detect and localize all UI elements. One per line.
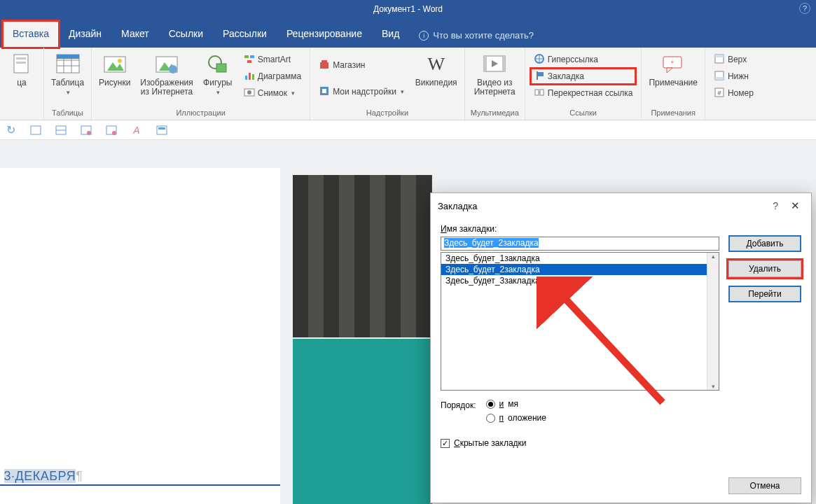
page-number-icon: # <box>714 87 725 100</box>
radio-off-icon <box>486 414 495 423</box>
svg-rect-1 <box>16 57 26 59</box>
scroll-down-icon[interactable]: ▾ <box>712 383 715 390</box>
page-icon <box>9 52 34 77</box>
hyperlink-icon <box>534 53 545 66</box>
title-bar: Документ1 - Word ? <box>0 0 816 18</box>
dialog-close-icon[interactable]: ✕ <box>787 200 804 212</box>
delete-button[interactable]: Удалить <box>728 260 801 277</box>
online-video-button[interactable]: Видео изИнтернета <box>473 50 517 107</box>
bookmark-list[interactable]: Здесь_будет_1закладка Здесь_будет_2закла… <box>441 252 719 391</box>
crossref-button[interactable]: Перекрестная ссылка <box>531 85 636 101</box>
help-icon[interactable]: ? <box>799 3 810 14</box>
dialog-help-icon[interactable]: ? <box>764 200 787 211</box>
tell-me-label: Что вы хотите сделать? <box>433 30 534 41</box>
svg-point-24 <box>247 90 251 94</box>
bookmark-dialog: Закладка ? ✕ Имя закладки: Здесь_будет_2… <box>430 192 812 503</box>
sort-by-position-radio[interactable]: положение <box>486 413 546 423</box>
tab-review[interactable]: Рецензирование <box>277 21 372 48</box>
qat-item-6[interactable] <box>155 124 168 136</box>
goto-button[interactable]: Перейти <box>728 286 801 302</box>
qat-item-1[interactable] <box>29 124 42 136</box>
smartart-button[interactable]: SmartArt <box>241 52 304 67</box>
bulb-icon: i <box>419 31 429 41</box>
hyperlink-button[interactable]: Гиперссылка <box>531 52 636 67</box>
checkbox-checked-icon: ✓ <box>441 439 450 448</box>
svg-rect-8 <box>57 55 79 59</box>
tell-me[interactable]: i Что вы хотите сделать? <box>409 23 544 48</box>
header-button[interactable]: Верх <box>711 52 756 67</box>
page-number-button[interactable]: # Номер <box>711 85 756 101</box>
qat-item-4[interactable] <box>105 124 118 136</box>
dialog-titlebar[interactable]: Закладка ? ✕ <box>431 193 811 218</box>
tab-mailings[interactable]: Рассылки <box>213 21 277 48</box>
bookmark-name-input[interactable]: Здесь_будет_2закладка <box>441 237 719 251</box>
tab-design[interactable]: Дизайн <box>59 21 111 48</box>
hidden-bookmarks-checkbox[interactable]: ✓ Скрытые закладки <box>441 438 801 448</box>
redo-icon[interactable]: ↻ <box>4 124 17 136</box>
bookmark-name-label: Имя закладки: <box>441 224 801 234</box>
comment-button[interactable]: + Примечание <box>647 50 698 107</box>
cancel-button[interactable]: Отмена <box>728 477 801 494</box>
svg-point-53 <box>112 131 116 135</box>
svg-rect-25 <box>320 62 329 69</box>
tab-layout[interactable]: Макет <box>111 21 159 48</box>
svg-rect-21 <box>249 73 251 80</box>
tab-view[interactable]: Вид <box>372 21 409 48</box>
heading-date[interactable]: 3·ДЕКАБРЯ¶ <box>0 469 83 484</box>
my-addins-button[interactable]: Мои надстройки <box>316 84 407 99</box>
svg-rect-31 <box>484 56 487 71</box>
header-icon <box>714 53 725 66</box>
sort-by-name-radio[interactable]: имя <box>486 399 546 409</box>
scroll-up-icon[interactable]: ▴ <box>712 253 715 260</box>
store-button[interactable]: Магазин <box>316 57 407 73</box>
group-media: Видео изИнтернета Мультимедиа <box>465 48 525 120</box>
qat-item-2[interactable] <box>55 124 67 136</box>
group-addins: Магазин Мои надстройки W Википедия Надст… <box>310 48 464 120</box>
heading-rule <box>0 484 280 486</box>
svg-rect-36 <box>535 90 539 95</box>
chart-button[interactable]: Диаграмма <box>241 69 304 84</box>
online-pictures-button[interactable]: Изображенияиз Интернета <box>139 50 194 107</box>
table-button[interactable]: Таблица <box>50 50 85 107</box>
svg-point-14 <box>169 65 177 74</box>
add-button[interactable]: Добавить <box>728 235 801 252</box>
window-title: Документ1 - Word <box>373 4 443 14</box>
document-image[interactable] <box>293 175 432 337</box>
svg-rect-37 <box>540 90 544 95</box>
list-item[interactable]: Здесь_будет_3закладка <box>441 275 719 286</box>
quick-access-toolbar: ↻ A <box>0 120 816 140</box>
document-shape[interactable] <box>293 339 432 504</box>
wikipedia-icon: W <box>424 52 449 77</box>
crossref-icon <box>534 87 545 100</box>
ribbon-tabs: Вставка Дизайн Макет Ссылки Рассылки Рец… <box>0 18 816 48</box>
store-icon <box>319 59 330 72</box>
svg-rect-54 <box>157 126 167 134</box>
svg-rect-20 <box>245 76 247 80</box>
svg-marker-39 <box>667 68 672 73</box>
shapes-icon <box>205 52 230 77</box>
svg-text:+: + <box>671 59 675 66</box>
list-item[interactable]: Здесь_будет_2закладка <box>441 264 719 275</box>
pictures-button[interactable]: Рисунки <box>97 50 132 107</box>
svg-marker-35 <box>538 72 544 76</box>
footer-button[interactable]: Нижн <box>711 69 756 84</box>
svg-rect-16 <box>216 64 226 72</box>
screenshot-button[interactable]: Снимок <box>241 85 304 101</box>
bookmark-button[interactable]: Закладка <box>531 69 636 84</box>
svg-rect-44 <box>715 77 724 80</box>
wikipedia-button[interactable]: W Википедия <box>414 50 459 107</box>
tab-references[interactable]: Ссылки <box>159 21 213 48</box>
page[interactable]: 3·ДЕКАБРЯ¶ ЗВАНИЕ·КОМПАНИИ¶ <box>0 168 280 504</box>
scrollbar[interactable]: ▴▾ <box>707 253 719 390</box>
qat-item-5[interactable]: A <box>130 124 143 136</box>
shapes-button[interactable]: Фигуры <box>202 50 234 107</box>
list-item[interactable]: Здесь_будет_1закладка <box>441 253 719 264</box>
qat-item-3[interactable] <box>80 124 92 136</box>
svg-rect-18 <box>250 55 254 58</box>
pages-button[interactable]: ца <box>6 50 38 107</box>
group-comments: + Примечание Примечания <box>642 48 705 120</box>
tab-insert[interactable]: Вставка <box>3 21 59 48</box>
svg-rect-26 <box>321 60 327 63</box>
online-pictures-icon <box>154 52 179 77</box>
table-icon <box>55 52 81 77</box>
